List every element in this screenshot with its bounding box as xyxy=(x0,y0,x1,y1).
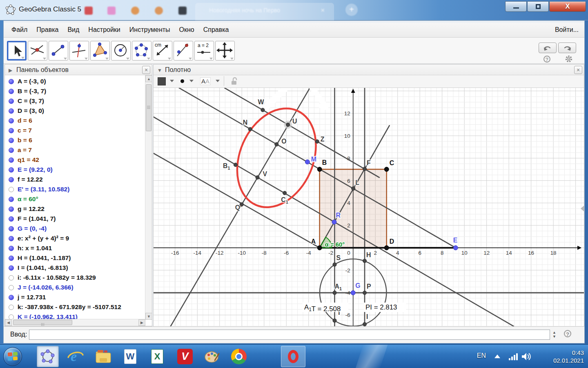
taskbar-geogebra-icon[interactable] xyxy=(37,346,59,367)
menu-item-0[interactable]: Файл xyxy=(7,23,32,37)
move-graphics-tool-button[interactable] xyxy=(215,41,235,61)
point-C1[interactable] xyxy=(283,191,287,195)
slider-tool-button[interactable]: a = 2 xyxy=(194,41,214,61)
point-G[interactable] xyxy=(351,291,355,295)
input-help-icon[interactable]: ? xyxy=(564,330,571,337)
point-style-button[interactable] xyxy=(180,79,184,83)
visibility-marble-on[interactable] xyxy=(9,246,14,251)
scrollbar-thumb[interactable] xyxy=(13,320,72,325)
network-icon[interactable] xyxy=(509,353,518,360)
algebra-row[interactable]: a = 7 xyxy=(5,145,145,155)
algebra-row[interactable]: f = 12.22 xyxy=(5,175,145,184)
algebra-row[interactable]: C = (3, 7) xyxy=(5,96,145,106)
visibility-marble-on[interactable] xyxy=(9,79,14,84)
panel-splitter-arrow-icon[interactable] xyxy=(581,206,584,211)
clock[interactable]: 0:43 02.01.2021 xyxy=(553,349,584,364)
close-button[interactable]: X xyxy=(549,1,586,12)
visibility-marble-on[interactable] xyxy=(9,206,14,212)
algebra-row[interactable]: e: x² + (y + 4)² = 9 xyxy=(5,233,145,243)
algebra-row[interactable]: c = 7 xyxy=(5,126,145,135)
tool-dropdown-icon[interactable] xyxy=(189,58,192,60)
settings-gear-icon[interactable] xyxy=(565,55,573,63)
tool-dropdown-icon[interactable] xyxy=(209,58,213,60)
visibility-marble-on[interactable] xyxy=(9,157,14,163)
point-W[interactable] xyxy=(261,108,265,112)
tool-dropdown-icon[interactable] xyxy=(85,58,88,60)
point-S[interactable] xyxy=(333,263,336,266)
graphics-view[interactable]: ABCDEFGLMRWNUOVZB1C1QSHA1PTIα = 60°A1T =… xyxy=(154,88,584,326)
tool-dropdown-icon[interactable] xyxy=(230,58,234,60)
algebra-row[interactable]: i: -6.11x - 10.582y = 18.329 xyxy=(5,273,145,283)
tool-dropdown-icon[interactable] xyxy=(43,58,46,60)
visibility-marble-on[interactable] xyxy=(9,148,14,153)
undo-button[interactable] xyxy=(539,43,557,53)
command-input[interactable] xyxy=(29,330,550,340)
point-D[interactable] xyxy=(384,246,389,250)
tray-expand-icon[interactable] xyxy=(494,355,500,358)
algebra-row[interactable]: E = (9.22, 0) xyxy=(5,165,145,175)
visibility-marble-on[interactable] xyxy=(9,226,14,231)
algebra-row[interactable]: q1 = 42 xyxy=(5,155,145,165)
point-V[interactable] xyxy=(256,175,259,179)
algebra-row[interactable]: F = (1.041, 7) xyxy=(5,214,145,224)
move-tool-button[interactable] xyxy=(7,41,27,61)
tool-dropdown-icon[interactable] xyxy=(21,57,24,59)
visibility-marble-on[interactable] xyxy=(9,138,14,143)
point-N[interactable] xyxy=(248,127,252,131)
circle-tool-button[interactable] xyxy=(111,41,131,61)
visibility-marble-off[interactable] xyxy=(9,275,14,280)
scroll-down-icon[interactable]: ▼ xyxy=(145,313,152,320)
graphics-panel-header[interactable]: ▼ Полотно × xyxy=(154,65,584,75)
visibility-marble-off[interactable] xyxy=(9,305,14,310)
perpendicular-line-tool-button[interactable] xyxy=(69,41,89,61)
visibility-marble-on[interactable] xyxy=(9,236,14,241)
scrollbar-thumb[interactable] xyxy=(146,84,151,131)
visibility-marble-on[interactable] xyxy=(9,118,14,123)
angle-label[interactable]: α = 60° xyxy=(325,241,345,248)
start-button[interactable] xyxy=(3,347,22,366)
algebra-row[interactable]: g = 12.22 xyxy=(5,204,145,214)
visibility-marble-on[interactable] xyxy=(9,295,14,300)
algebra-row[interactable]: k: -387.938x - 671.928y = -5107.512 xyxy=(5,302,145,312)
label-style-button[interactable]: AA xyxy=(200,77,211,85)
algebra-row[interactable]: B = (-3, 7) xyxy=(5,86,145,96)
menu-item-6[interactable]: Справка xyxy=(199,23,234,37)
taskbar-paint-icon[interactable] xyxy=(201,346,223,367)
point-M[interactable] xyxy=(305,160,310,164)
login-menu-item[interactable]: Войти... xyxy=(555,26,579,34)
taskbar-opera-icon[interactable] xyxy=(281,346,305,367)
menu-item-4[interactable]: Инструменты xyxy=(125,23,175,37)
menu-item-3[interactable]: Настройки xyxy=(84,23,125,37)
unlock-icon[interactable] xyxy=(229,76,239,86)
volume-icon[interactable] xyxy=(521,352,532,361)
measure-tool-button[interactable]: cm xyxy=(153,41,172,61)
conic-tool-button[interactable] xyxy=(132,41,151,61)
taskbar-excel-icon[interactable]: X xyxy=(146,346,168,367)
visibility-marble-on[interactable] xyxy=(9,265,14,271)
point-E[interactable] xyxy=(453,246,458,250)
algebra-row[interactable]: b = 6 xyxy=(5,135,145,145)
taskbar-internet-explorer-icon[interactable]: e xyxy=(65,346,87,367)
taskbar-word-icon[interactable]: W xyxy=(119,346,141,367)
point-P[interactable] xyxy=(363,291,366,294)
tool-dropdown-icon[interactable] xyxy=(105,58,109,60)
algebra-row[interactable]: α = 60° xyxy=(5,194,145,204)
point-tool-button[interactable] xyxy=(28,41,47,61)
point-A1[interactable] xyxy=(333,291,336,294)
point-Z[interactable] xyxy=(315,139,319,143)
visibility-marble-on[interactable] xyxy=(9,89,14,94)
point-O[interactable] xyxy=(275,142,278,146)
algebra-row[interactable]: D = (3, 0) xyxy=(5,106,145,116)
algebra-row[interactable]: d = 6 xyxy=(5,116,145,126)
point-B1[interactable] xyxy=(234,163,237,166)
point-F[interactable] xyxy=(363,167,366,171)
graphics-close-icon[interactable]: × xyxy=(574,66,582,74)
line-tool-button[interactable] xyxy=(49,41,68,61)
point-style-dropdown-icon[interactable] xyxy=(189,80,194,82)
point-H[interactable] xyxy=(363,259,366,263)
algebra-row[interactable]: j = 12.731 xyxy=(5,292,145,302)
taskbar-chrome-icon[interactable] xyxy=(228,346,250,367)
menu-item-2[interactable]: Вид xyxy=(63,23,84,37)
algebra-row[interactable]: J = (-14.026, 6.366) xyxy=(5,283,145,292)
visibility-marble-off[interactable] xyxy=(9,285,14,290)
